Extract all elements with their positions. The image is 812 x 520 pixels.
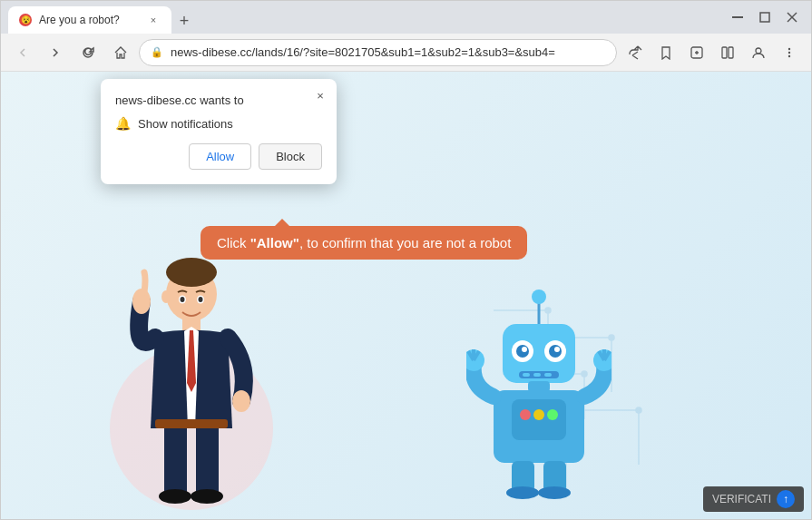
maximize-button[interactable]: [753, 5, 777, 29]
forward-button[interactable]: [41, 38, 70, 67]
title-bar: 😵 Are you a robot? × +: [1, 1, 811, 34]
svg-point-25: [199, 297, 203, 302]
svg-rect-0: [732, 16, 743, 18]
share-button[interactable]: [621, 38, 650, 67]
security-icon: 🔒: [151, 46, 163, 58]
tab-area: 😵 Are you a robot? × +: [8, 1, 719, 34]
speech-bubble: Click "Allow", to confirm that you are n…: [201, 226, 527, 260]
reload-button[interactable]: [73, 38, 103, 67]
split-view-button[interactable]: [713, 38, 742, 67]
verification-badge: VERIFICATI ↑: [703, 486, 804, 512]
svg-point-13: [161, 290, 171, 303]
tab-close-button[interactable]: ×: [146, 13, 161, 27]
svg-rect-6: [729, 47, 733, 58]
svg-point-7: [756, 48, 761, 54]
notification-popup: news-dibese.cc wants to × 🔔 Show notific…: [101, 79, 337, 184]
new-tab-button[interactable]: +: [171, 8, 197, 34]
svg-rect-51: [523, 373, 530, 377]
profile-button[interactable]: [744, 38, 773, 67]
tab-favicon: 😵: [19, 14, 32, 26]
person-illustration: [119, 247, 264, 519]
robot-illustration: [466, 283, 611, 501]
bookmark-button[interactable]: [651, 38, 680, 67]
svg-point-20: [191, 489, 223, 504]
scroll-to-top-button[interactable]: ↑: [777, 490, 795, 508]
allow-button[interactable]: Allow: [189, 143, 251, 170]
popup-title: news-dibese.cc wants to: [115, 93, 322, 107]
svg-point-19: [159, 489, 191, 504]
svg-rect-1: [760, 13, 769, 22]
verification-label: VERIFICATI: [712, 493, 771, 505]
svg-point-49: [554, 347, 560, 352]
address-bar[interactable]: 🔒 news-dibese.cc/lands/16/?site=8021705&…: [139, 39, 617, 66]
speech-highlighted: "Allow": [250, 235, 299, 250]
svg-point-10: [788, 54, 790, 56]
svg-rect-5: [722, 47, 727, 58]
url-text: news-dibese.cc/lands/16/?site=8021705&su…: [171, 45, 605, 59]
svg-point-39: [636, 407, 641, 413]
block-button[interactable]: Block: [259, 143, 322, 170]
window-controls: [726, 5, 804, 29]
popup-close-button[interactable]: ×: [311, 86, 329, 104]
svg-point-8: [788, 47, 790, 49]
close-button[interactable]: [780, 5, 804, 29]
speech-prefix: Click: [217, 235, 250, 250]
toolbar: 🔒 news-dibese.cc/lands/16/?site=8021705&…: [1, 34, 811, 72]
svg-point-42: [532, 289, 546, 304]
svg-point-58: [533, 409, 544, 420]
popup-notification-label: Show notifications: [138, 117, 233, 131]
svg-rect-52: [533, 373, 541, 377]
page-content: news-dibese.cc wants to × 🔔 Show notific…: [1, 72, 811, 519]
svg-rect-53: [544, 373, 552, 377]
svg-point-16: [232, 390, 250, 412]
popup-notification-row: 🔔 Show notifications: [115, 116, 322, 131]
svg-point-9: [788, 51, 790, 53]
bell-icon: 🔔: [115, 116, 131, 131]
svg-rect-17: [164, 424, 187, 496]
svg-point-71: [538, 486, 571, 499]
toolbar-actions: [621, 38, 804, 67]
back-button[interactable]: [8, 38, 37, 67]
speech-suffix: , to confirm that you are not a robot: [299, 235, 511, 250]
svg-rect-21: [155, 419, 228, 428]
svg-point-59: [547, 409, 558, 420]
svg-rect-18: [196, 424, 219, 496]
popup-buttons: Allow Block: [115, 143, 322, 170]
browser-window: 😵 Are you a robot? × +: [0, 0, 812, 520]
tab-title: Are you a robot?: [39, 14, 120, 26]
svg-point-24: [181, 297, 185, 302]
svg-point-48: [522, 347, 527, 352]
menu-button[interactable]: [775, 38, 804, 67]
active-tab[interactable]: 😵 Are you a robot? ×: [8, 6, 171, 34]
minimize-button[interactable]: [726, 5, 749, 29]
svg-point-12: [166, 258, 217, 287]
svg-point-70: [506, 486, 539, 499]
extensions-button[interactable]: [682, 38, 711, 67]
svg-point-57: [520, 409, 531, 420]
home-button[interactable]: [106, 38, 135, 67]
